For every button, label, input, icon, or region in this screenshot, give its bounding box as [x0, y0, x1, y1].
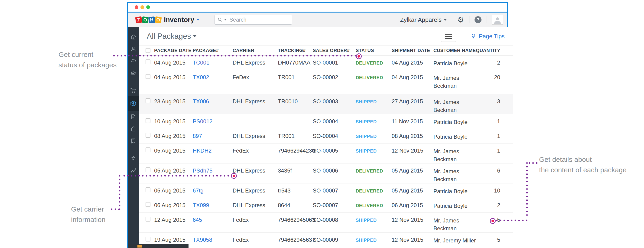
cell-quantity: 2	[476, 202, 513, 208]
cell-package-date: 04 Aug 2015	[154, 60, 193, 66]
row-checkbox[interactable]	[146, 118, 150, 123]
row-checkbox[interactable]	[146, 236, 150, 242]
col-customer-name[interactable]: CUSTOMER NAME	[434, 46, 476, 54]
cell-customer-name: Mr. James Beckman	[434, 217, 476, 232]
col-package-no[interactable]: PACKAGE#	[193, 48, 232, 53]
page-title-chevron-icon[interactable]	[193, 35, 196, 37]
status-badge: SHIPPED	[356, 134, 377, 139]
row-checkbox[interactable]	[146, 188, 150, 192]
sidebar-item-invoices[interactable]	[128, 111, 139, 123]
cell-carrier: FedEx	[232, 236, 278, 243]
sidebar-item-integrations[interactable]	[128, 152, 139, 164]
col-package-date[interactable]: PACKAGE DATE	[154, 48, 193, 53]
row-checkbox[interactable]	[146, 133, 150, 138]
search-icon	[218, 17, 223, 22]
package-number-link[interactable]: HKDH2	[193, 148, 212, 154]
page-tips-button[interactable]: Page Tips	[470, 33, 504, 40]
sidebar-item-sales-orders[interactable]	[128, 84, 139, 96]
cell-shipment-date: 05 Aug 2015	[392, 168, 434, 174]
list-menu-button[interactable]	[441, 31, 456, 42]
status-badge: SHIPPED	[356, 148, 377, 154]
table-row[interactable]: 04 Aug 2015 TC001 DHL Express DH0770MAA …	[139, 56, 513, 70]
sidebar-item-packages[interactable]	[128, 96, 139, 111]
row-checkbox[interactable]	[146, 168, 150, 172]
help-icon[interactable]: ?	[474, 16, 482, 23]
col-quantity[interactable]: QUANTITY	[476, 48, 513, 53]
cell-shipment-date: 04 Aug 2015	[392, 74, 434, 80]
package-number-link[interactable]: PS0012	[193, 118, 212, 124]
sidebar-item-purchases[interactable]	[128, 123, 139, 135]
page-title[interactable]: All Packages	[147, 32, 191, 41]
chart-icon	[130, 167, 136, 174]
table-row[interactable]: 05 Aug 2015 HKDH2 FedEx 794662944230 SO-…	[139, 144, 513, 164]
sidebar-item-item-groups[interactable]	[128, 67, 139, 79]
cell-carrier: DHL Express	[232, 60, 278, 66]
table-row[interactable]: 08 Aug 2015 897 DHL Express TR001 SO-000…	[139, 129, 513, 144]
package-number-link[interactable]: TC001	[193, 60, 210, 66]
cell-package-date: 08 Aug 2015	[154, 133, 193, 139]
settings-gear-icon[interactable]: ⚙	[457, 16, 464, 24]
package-number-link[interactable]: 645	[193, 217, 202, 223]
user-avatar[interactable]	[492, 15, 503, 24]
table-row[interactable]: 04 Aug 2015 TX002 FeDex TR001 SO-00002 D…	[139, 70, 513, 94]
cell-shipment-date: 12 Nov 2015	[392, 148, 434, 154]
row-checkbox[interactable]	[146, 98, 150, 103]
callout-marker-status	[356, 54, 362, 59]
cell-customer-name: Patricia Boyle	[434, 60, 476, 67]
row-checkbox[interactable]	[146, 148, 150, 152]
minimize-window-icon[interactable]	[140, 5, 144, 9]
sidebar-item-items[interactable]	[128, 55, 139, 67]
cell-sales-order: SO-00006	[313, 168, 356, 174]
cell-customer-name: Mr. James Beckman	[434, 74, 476, 90]
document-icon	[130, 114, 136, 120]
col-carrier[interactable]: CARRIER	[232, 48, 278, 53]
package-number-link[interactable]: 897	[193, 133, 202, 139]
package-number-link[interactable]: TX002	[193, 74, 209, 80]
table-row[interactable]: 19 Aug 2015 TX9058 FedEx 794662945637 SO…	[139, 233, 513, 247]
row-checkbox[interactable]	[146, 217, 150, 222]
col-shipment-date[interactable]: SHIPMENT DATE	[392, 48, 434, 53]
status-badge: SHIPPED	[356, 218, 377, 223]
package-number-link[interactable]: TX006	[193, 98, 209, 104]
zoom-window-icon[interactable]	[146, 5, 150, 9]
row-checkbox[interactable]	[146, 202, 150, 207]
cell-quantity: 20	[476, 74, 513, 80]
org-chevron-down-icon[interactable]	[444, 19, 447, 21]
select-all-checkbox[interactable]	[146, 48, 150, 53]
package-number-link[interactable]: 67tg	[193, 188, 204, 194]
col-tracking[interactable]: TRACKING#	[278, 48, 313, 53]
table-row[interactable]: 05 Aug 2015 67tg DHL Express tr543 SO-00…	[139, 184, 513, 198]
sidebar-item-reports[interactable]	[128, 164, 139, 176]
row-checkbox[interactable]	[146, 74, 150, 79]
sidebar-item-contacts[interactable]	[128, 43, 139, 55]
row-checkbox[interactable]	[146, 60, 150, 64]
table-row[interactable]: 12 Aug 2015 645 FedEx 794662945063 SO-00…	[139, 213, 513, 233]
table-row[interactable]: 06 Aug 2015 TX099 DHL Express 8644 SO-00…	[139, 198, 513, 213]
col-status[interactable]: STATUS	[356, 48, 392, 53]
sidebar-item-price-lists[interactable]	[128, 135, 139, 147]
cell-customer-name: Mr. James Beckman	[434, 98, 476, 114]
col-sales-order[interactable]: SALES ORDER#	[313, 48, 356, 53]
sidebar-item-home[interactable]	[128, 31, 139, 43]
logo-letter: H	[148, 16, 155, 23]
cell-package-date: 23 Aug 2015	[154, 98, 193, 105]
package-number-link[interactable]: PSdh75	[193, 168, 212, 174]
sidebar-nav	[128, 27, 139, 248]
search-input[interactable]: Search	[214, 15, 292, 24]
logo-letter: O	[154, 16, 162, 23]
cell-sales-order: SO-00003	[313, 98, 356, 105]
integrations-icon	[130, 155, 136, 162]
close-window-icon[interactable]	[135, 5, 138, 9]
package-number-link[interactable]: TX9058	[193, 236, 212, 243]
dotted-line-carrier-b	[119, 175, 120, 210]
search-scope-chevron-icon[interactable]	[224, 19, 226, 20]
zoho-inventory-logo[interactable]: Z O H O Inventory	[136, 16, 200, 24]
logo-letter: Z	[135, 16, 142, 23]
table-row[interactable]: 23 Aug 2015 TX006 DHL Express TR0010 SO-…	[139, 94, 513, 114]
table-row[interactable]: 05 Aug 2015 PSdh75 DHL Express 3435f SO-…	[139, 164, 513, 184]
org-name[interactable]: Zylkar Apparels	[400, 16, 442, 24]
package-number-link[interactable]: TX099	[193, 202, 209, 208]
table-row[interactable]: 10 Aug 2015 PS0012 SO-00004 SHIPPED 11 N…	[139, 114, 513, 129]
cell-quantity: 2	[476, 60, 513, 66]
note-status: Get current status of packages	[58, 49, 116, 70]
